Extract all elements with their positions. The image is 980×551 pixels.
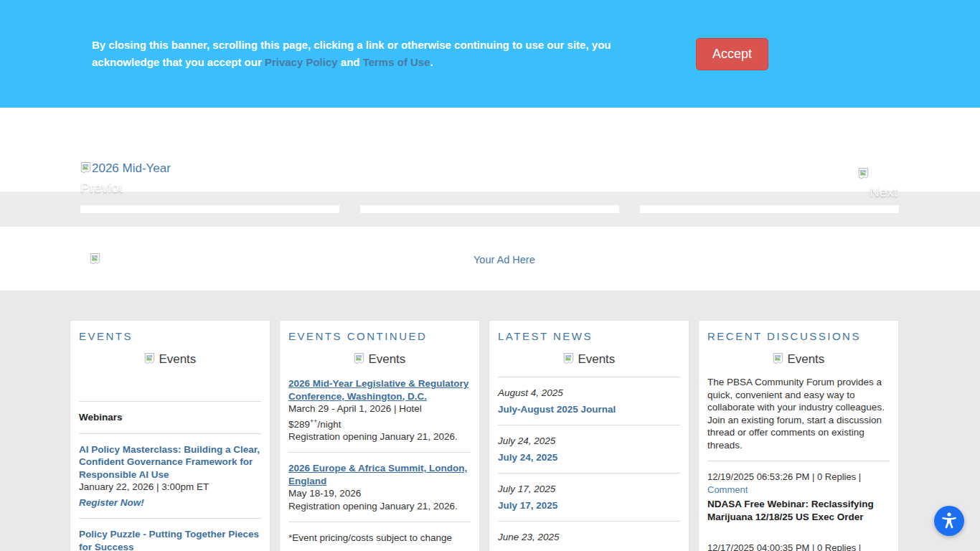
event-title-link[interactable]: 2026 Europe & Africa Summit, London, Eng… bbox=[288, 463, 467, 486]
recent-discussions-heading: RECENT DISCUSSIONS bbox=[707, 330, 890, 343]
events-image: Events bbox=[79, 352, 261, 368]
carousel-previous-control[interactable]: Previous bbox=[80, 180, 123, 196]
carousel-indicator[interactable] bbox=[640, 205, 899, 213]
divider bbox=[498, 473, 680, 474]
forum-intro: The PBSA Community Forum provides a quic… bbox=[707, 376, 890, 451]
register-now-link[interactable]: Register Now! bbox=[79, 496, 144, 509]
news-date: August 4, 2025 bbox=[498, 387, 680, 400]
ad-strip: Your Ad Here bbox=[0, 227, 980, 291]
accessibility-widget-button[interactable] bbox=[934, 506, 964, 536]
news-item: August 4, 2025 July-August 2025 Journal bbox=[498, 387, 680, 415]
events-card: EVENTS Events Webinars AI Policy Masterc… bbox=[70, 320, 270, 551]
carousel-indicator[interactable] bbox=[80, 205, 339, 213]
discussion-title: NDASA Free Webinar: Reclassifying Mariju… bbox=[707, 498, 890, 523]
news-date: July 17, 2025 bbox=[498, 483, 680, 496]
news-date: June 23, 2025 bbox=[498, 531, 680, 544]
broken-image-icon bbox=[90, 253, 100, 268]
broken-image-icon bbox=[563, 354, 578, 368]
cookie-banner: By closing this banner, scrolling this p… bbox=[0, 0, 980, 108]
terms-of-use-link[interactable]: Terms of Use bbox=[363, 56, 430, 68]
carousel-indicator[interactable] bbox=[360, 205, 619, 213]
divider bbox=[288, 452, 471, 453]
events-image: Events bbox=[288, 352, 471, 368]
event-registration-note: Registration opening January 21, 2026. bbox=[288, 500, 471, 513]
accept-button[interactable]: Accept bbox=[696, 38, 768, 70]
news-date: July 24, 2025 bbox=[498, 435, 680, 448]
news-link[interactable]: July-August 2025 Journal bbox=[498, 404, 616, 415]
latest-news-heading: LATEST NEWS bbox=[498, 330, 680, 343]
discussion-meta: 12/17/2025 04:00:35 PM | 0 Replies | Com… bbox=[707, 542, 890, 551]
news-image-alt: Events bbox=[578, 352, 615, 366]
events-continued-card: EVENTS CONTINUED Events 2026 Mid-Year Le… bbox=[279, 320, 480, 551]
recent-discussions-card: RECENT DISCUSSIONS Events The PBSA Commu… bbox=[698, 320, 899, 551]
event-title-link[interactable]: AI Policy Masterclass: Building a Clear,… bbox=[79, 444, 260, 480]
event-registration-note: Registration opening January 21, 2026. bbox=[288, 430, 471, 443]
event-title-link[interactable]: 2026 Mid-Year Legislative & Regulatory C… bbox=[288, 378, 468, 402]
discussion-item: 12/19/2025 06:53:26 PM | 0 Replies | Com… bbox=[707, 471, 890, 523]
event-item: 2026 Mid-Year Legislative & Regulatory C… bbox=[288, 377, 471, 443]
discussion-timestamp: 12/19/2025 06:53:26 PM | 0 Replies | bbox=[707, 471, 861, 482]
news-item: July 17, 2025 July 17, 2025 bbox=[498, 483, 680, 512]
cookie-message: By closing this banner, scrolling this p… bbox=[81, 37, 673, 71]
accessibility-icon bbox=[940, 511, 958, 532]
divider bbox=[498, 521, 680, 522]
discussions-image-alt: Events bbox=[787, 352, 824, 366]
divider bbox=[288, 522, 471, 522]
carousel-slide-alt-text: 2026 Mid-Year bbox=[92, 161, 171, 176]
divider bbox=[707, 461, 890, 461]
carousel-next-control[interactable]: Next bbox=[858, 167, 900, 200]
divider bbox=[498, 377, 680, 377]
news-item: July 24, 2025 July 24, 2025 bbox=[498, 435, 680, 463]
event-date: May 18-19, 2026 bbox=[288, 487, 471, 500]
broken-image-icon bbox=[80, 161, 91, 178]
events-image-alt: Events bbox=[159, 352, 196, 366]
your-ad-here-link[interactable]: Your Ad Here bbox=[473, 254, 535, 265]
discussion-item: 12/17/2025 04:00:35 PM | 0 Replies | Com… bbox=[707, 542, 890, 551]
content-columns: EVENTS Events Webinars AI Policy Masterc… bbox=[0, 291, 980, 551]
news-item: June 23, 2025 bbox=[498, 531, 680, 544]
cookie-and-text: and bbox=[338, 56, 363, 68]
event-date-sup: ++ bbox=[310, 418, 318, 425]
broken-image-icon bbox=[773, 354, 787, 368]
latest-news-card: LATEST NEWS Events August 4, 2025 July-A… bbox=[489, 320, 689, 551]
privacy-policy-link[interactable]: Privacy Policy bbox=[265, 56, 338, 68]
webinars-subheading: Webinars bbox=[79, 411, 261, 424]
comment-link[interactable]: Comment bbox=[707, 484, 748, 495]
event-item: Policy Puzzle - Putting Together Pieces … bbox=[79, 528, 261, 551]
divider bbox=[498, 425, 680, 425]
news-link[interactable]: July 24, 2025 bbox=[498, 452, 557, 463]
news-link[interactable]: July 17, 2025 bbox=[498, 500, 557, 511]
event-title-link[interactable]: Policy Puzzle - Putting Together Pieces … bbox=[79, 529, 259, 551]
event-date-text: March 29 - April 1, 2026 | Hotel $289 bbox=[288, 403, 422, 429]
events-heading: EVENTS bbox=[79, 330, 261, 343]
event-item: 2026 Europe & Africa Summit, London, Eng… bbox=[288, 462, 471, 512]
event-item: AI Policy Masterclass: Building a Clear,… bbox=[79, 443, 261, 509]
divider bbox=[79, 433, 261, 434]
carousel-slide-link[interactable]: 2026 Mid-Year bbox=[80, 161, 171, 178]
events-image-alt: Events bbox=[368, 352, 405, 366]
events-continued-heading: EVENTS CONTINUED bbox=[288, 330, 471, 343]
cookie-period: . bbox=[430, 56, 433, 68]
pricing-footnote: *Event pricing/costs subject to change bbox=[288, 532, 471, 545]
discussion-timestamp: 12/17/2025 04:00:35 PM | 0 Replies | bbox=[707, 542, 861, 551]
carousel-next-label: Next bbox=[870, 184, 900, 200]
divider bbox=[79, 401, 261, 402]
discussion-meta: 12/19/2025 06:53:26 PM | 0 Replies | Com… bbox=[707, 471, 890, 496]
discussions-image: Events bbox=[707, 352, 890, 368]
carousel: 2026 Mid-Year Previous Next bbox=[0, 108, 980, 227]
event-date: January 22, 2026 | 3:00pm ET bbox=[79, 481, 261, 494]
divider bbox=[79, 518, 261, 519]
event-date: March 29 - April 1, 2026 | Hotel $289++/… bbox=[288, 402, 471, 430]
broken-image-icon bbox=[858, 170, 869, 182]
broken-image-icon bbox=[144, 354, 159, 368]
event-date-suffix: /night bbox=[318, 418, 341, 429]
news-image: Events bbox=[498, 352, 680, 368]
broken-image-icon bbox=[354, 354, 368, 368]
